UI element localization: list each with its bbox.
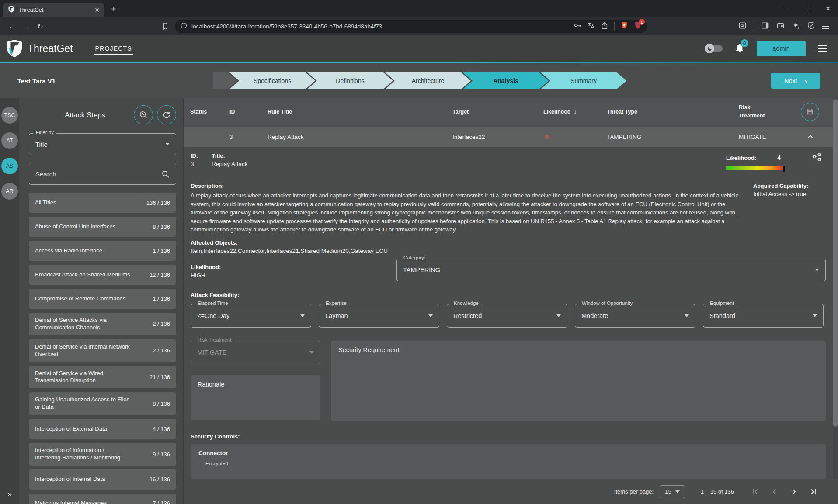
rail-item[interactable]: TSC [1,107,18,124]
list-item[interactable]: Access via Radio Interface 1 / 136 [29,241,176,261]
chevron-down-icon [815,269,819,271]
stepper-step[interactable]: Architecture [385,72,471,89]
security-requirement-textarea[interactable]: Security Requirement [331,341,826,421]
last-page-button[interactable] [806,484,821,499]
search-panel-icon[interactable] [738,21,747,31]
list-item[interactable]: Interception of Internal Data 16 / 136 [29,469,176,490]
list-item-count: 8 / 136 [153,224,170,230]
translate-icon[interactable] [587,21,595,31]
table-row[interactable]: 3 Replay Attack Interfaces22 TAMPERING M… [184,127,838,147]
app-menu-icon[interactable] [818,45,827,52]
next-page-button[interactable] [786,484,801,499]
previous-page-button[interactable] [767,484,782,499]
attack-feasibility-row: Elapsed Time <=One Day Expertise Layman [191,304,826,328]
feasibility-label: Equipment [707,300,737,306]
expand-sidebar-icon[interactable]: » [0,490,19,499]
wallet-icon[interactable] [776,21,785,31]
rail-item[interactable]: AS [1,158,18,174]
column-status[interactable]: Status [190,109,229,115]
stepper-step[interactable]: Summary [541,72,626,89]
scrollbar[interactable] [833,98,838,479]
list-item-count: 1 / 136 [153,296,170,302]
list-item[interactable]: Malicious Internal Messages 7 / 136 [29,494,176,504]
column-target[interactable]: Target [452,109,543,115]
password-key-icon[interactable] [574,21,581,31]
list-item[interactable]: Interception of Information / Interferin… [29,443,176,466]
rationale-textarea[interactable]: Rationale [191,375,320,420]
feasibility-select[interactable]: Window of Opportunity Moderate [575,304,695,328]
browser-tab[interactable]: ThreatGet ✕ [3,3,104,17]
column-rule-title[interactable]: Rule Title [268,109,452,115]
list-item[interactable]: Denial of Service Attacks via Communicat… [29,313,176,335]
page-size-select[interactable]: 15 [660,485,685,498]
window-minimize-button[interactable]: — [778,0,798,17]
back-icon[interactable]: ← [5,22,19,31]
stepper-step[interactable]: Definitions [307,72,393,89]
items-per-page-label: Items per page: [614,488,654,495]
collapse-row-button[interactable] [791,133,829,141]
list-item[interactable]: Broadcast Attack on Shared Mediums 12 / … [29,265,176,285]
reload-icon[interactable]: ↻ [33,22,47,31]
window-maximize-button[interactable] [798,0,818,17]
search-input[interactable]: Search [29,163,176,185]
filter-by-select[interactable]: Filter by Title [29,133,176,155]
nav-projects-tab[interactable]: PROJECTS [94,36,133,61]
user-account-button[interactable]: admin [757,41,806,56]
tab-close-icon[interactable]: ✕ [94,7,100,14]
url-bar[interactable]: localhost:4200/#/tara-iteration/59b8e357… [175,20,647,33]
scrollbar-thumb[interactable] [833,99,838,427]
feasibility-select[interactable]: Expertise Layman [319,304,439,328]
browser-menu-icon[interactable] [822,24,829,29]
rail-item[interactable]: AT [1,132,18,149]
list-item[interactable]: Gaining Unauthorized Access to Files or … [29,392,176,415]
detail-id-value: 3 [191,161,212,167]
rail-item[interactable]: AR [1,183,18,200]
list-item-label: Interception of External Data [35,425,131,433]
url-text[interactable]: localhost:4200/#/tara-iteration/59b8e357… [191,23,574,30]
sidebar-panel-icon[interactable] [761,21,769,31]
next-button[interactable]: Next › [771,73,820,89]
attack-tree-icon[interactable] [812,152,821,163]
list-item-label: Access via Radio Interface [35,247,131,255]
notification-count-badge: 0 [741,39,748,47]
column-likelihood[interactable]: Likelihood ↓ [543,108,607,115]
attack-steps-sidebar: Attack Steps Filter by Title Search [19,98,184,504]
leo-ai-sparkle-icon[interactable] [792,21,800,31]
category-select[interactable]: Category: TAMPERING [396,259,826,281]
stepper-step[interactable]: Specifications [229,72,315,89]
window-close-button[interactable]: ✕ [818,0,838,17]
first-page-button[interactable] [748,484,763,499]
vpn-shield-icon[interactable] [807,21,815,31]
adblock-extension-icon[interactable]: 1 [634,21,642,31]
threatget-favicon-icon [8,6,15,14]
feasibility-select[interactable]: Knowledge Restricted [447,304,567,328]
risk-treatment-value: MITIGATE [197,349,226,356]
share-icon[interactable] [601,21,609,31]
list-item[interactable]: All Titles 136 / 136 [29,193,176,213]
forward-icon[interactable]: → [19,22,33,31]
feasibility-label: Elapsed Time [195,300,231,306]
refresh-button[interactable] [157,105,176,124]
new-tab-button[interactable]: + [111,4,116,14]
column-risk-treatment[interactable]: Risk Treatment [739,104,791,120]
list-item[interactable]: Denial of Service via Internal Network O… [29,339,176,362]
list-item[interactable]: Compromise of Remote Commands 1 / 136 [29,289,176,309]
list-item[interactable]: Denial of Service via Wired Transmission… [29,366,176,389]
stepper-step[interactable]: Analysis [463,72,549,89]
risk-treatment-select[interactable]: Risk Treatment MITIGATE [191,341,320,364]
bookmark-icon[interactable] [159,22,171,31]
feasibility-select[interactable]: Elapsed Time <=One Day [191,304,311,328]
list-item[interactable]: Interception of External Data 4 / 136 [29,419,176,439]
save-button[interactable] [801,103,819,121]
security-control-item[interactable]: Encrypted [198,464,818,464]
dark-mode-toggle[interactable] [707,45,723,52]
list-item[interactable]: Abuse of Control Unit Interfaces 8 / 136 [29,217,176,237]
attack-feasibility-label: Attack Feasibility: [191,292,826,298]
column-threat-type[interactable]: Threat Type [607,109,739,115]
notifications-bell-icon[interactable]: 0 [735,43,744,55]
analysis-search-button[interactable] [134,105,153,124]
brave-shields-icon[interactable] [620,21,628,31]
column-id[interactable]: ID [229,109,268,115]
site-info-icon[interactable] [180,22,188,31]
feasibility-select[interactable]: Equipment Standard [703,304,824,328]
